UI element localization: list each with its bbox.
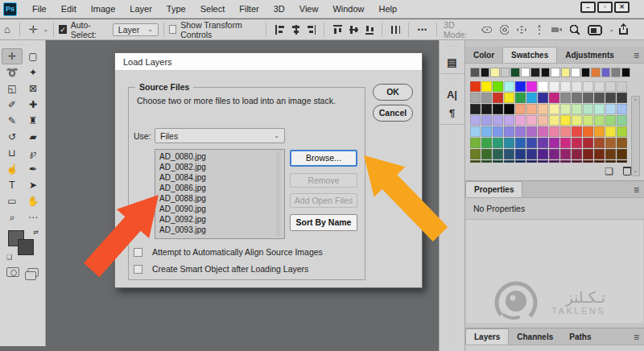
swatch[interactable]: [470, 115, 481, 126]
swatch[interactable]: [594, 104, 605, 114]
tab-adjustments[interactable]: Adjustments: [557, 47, 622, 63]
swatch[interactable]: [538, 149, 548, 159]
brush-tool[interactable]: ✎: [2, 113, 23, 129]
panel-menu-icon[interactable]: ≡: [634, 332, 639, 343]
swatch[interactable]: [560, 115, 571, 126]
more-options-icon[interactable]: •••: [414, 26, 431, 34]
swatch[interactable]: [470, 160, 481, 163]
swatch[interactable]: [594, 126, 605, 137]
menu-item-3d[interactable]: 3D: [266, 2, 292, 16]
3d-pan-icon[interactable]: [515, 24, 526, 35]
swatch[interactable]: [493, 126, 503, 137]
swatch[interactable]: [583, 115, 593, 126]
recent-swatch[interactable]: [470, 68, 480, 77]
chevron-down-icon[interactable]: ⌄: [609, 26, 614, 33]
swatch[interactable]: [572, 126, 582, 137]
swatch[interactable]: [605, 149, 616, 159]
align-center-horizontal-icon[interactable]: [291, 24, 300, 35]
swatch[interactable]: [470, 81, 481, 92]
swatch[interactable]: [470, 93, 481, 103]
swatch[interactable]: [493, 138, 503, 148]
swatch[interactable]: [526, 81, 537, 92]
recent-swatch[interactable]: [510, 68, 520, 77]
tab-channels[interactable]: Channels: [509, 329, 561, 345]
swatch[interactable]: [560, 160, 571, 163]
add-open-files-button[interactable]: Add Open Files: [290, 193, 357, 208]
align-top-icon[interactable]: [332, 24, 342, 35]
background-color-chip[interactable]: [18, 239, 34, 255]
swatch[interactable]: [572, 160, 582, 163]
swatch[interactable]: [572, 81, 582, 92]
swatch[interactable]: [504, 138, 514, 148]
menu-item-type[interactable]: Type: [159, 2, 193, 16]
swatch[interactable]: [481, 93, 492, 103]
swatch[interactable]: [481, 149, 492, 159]
tab-swatches[interactable]: Swatches: [502, 47, 557, 63]
zoom-tool[interactable]: ⌕: [2, 209, 23, 225]
swatch[interactable]: [549, 104, 559, 114]
swatch[interactable]: [515, 126, 526, 137]
panel-gripper[interactable]: ·····: [445, 43, 459, 50]
screen-mode-button[interactable]: [27, 268, 39, 277]
swatch[interactable]: [572, 93, 582, 103]
swatch[interactable]: [504, 149, 514, 159]
file-item[interactable]: AD_0084.jpg: [159, 172, 284, 183]
file-list-scrollbar[interactable]: [276, 151, 280, 237]
file-item[interactable]: AD_0092.jpg: [159, 214, 284, 225]
remove-button[interactable]: Remove: [290, 173, 357, 188]
smudge-tool[interactable]: ☝: [2, 161, 23, 177]
swatch[interactable]: [526, 104, 537, 114]
recent-swatch[interactable]: [581, 68, 591, 77]
swatch[interactable]: [481, 115, 492, 126]
type-tool[interactable]: T: [2, 177, 23, 193]
recent-swatch[interactable]: [621, 68, 631, 77]
swatch[interactable]: [515, 93, 526, 103]
swatch[interactable]: [583, 126, 593, 137]
swatch[interactable]: [594, 81, 605, 92]
3d-roll-icon[interactable]: [498, 24, 509, 35]
panel-menu-icon[interactable]: ≡: [634, 50, 639, 61]
healing-brush-tool[interactable]: ✚: [23, 97, 43, 113]
file-item[interactable]: AD_0086.jpg: [159, 183, 284, 193]
swatch[interactable]: [549, 160, 559, 163]
swatch[interactable]: [583, 138, 593, 148]
move-tool-icon[interactable]: ✛: [25, 23, 42, 35]
crop-tool[interactable]: ◱: [2, 81, 23, 97]
tab-layers[interactable]: Layers: [465, 328, 509, 345]
close-button[interactable]: ✕: [614, 2, 630, 13]
swatch[interactable]: [504, 126, 514, 137]
swatch[interactable]: [560, 149, 571, 159]
swatch[interactable]: [617, 93, 627, 103]
align-left-icon[interactable]: [275, 24, 284, 35]
swatch[interactable]: [560, 81, 571, 92]
eyedropper-tool[interactable]: ✐: [2, 97, 23, 113]
lasso-tool[interactable]: ➰: [2, 64, 23, 81]
swatch[interactable]: [549, 115, 559, 126]
swatch[interactable]: [526, 138, 537, 148]
swatch[interactable]: [572, 104, 582, 114]
swatch[interactable]: [549, 138, 559, 148]
show-transform-checkbox[interactable]: [169, 25, 177, 34]
scroll-down-icon[interactable]: ⌄: [634, 167, 638, 174]
swatch[interactable]: [583, 160, 593, 163]
swatch[interactable]: [617, 81, 627, 92]
dialog-title[interactable]: Load Layers: [115, 53, 422, 71]
file-item[interactable]: AD_0093.jpg: [159, 225, 284, 235]
history-brush-tool[interactable]: ↺: [2, 129, 23, 145]
panel-gripper[interactable]: ·····: [465, 40, 644, 47]
swatch[interactable]: [560, 93, 571, 103]
swatch[interactable]: [538, 93, 548, 103]
swatch[interactable]: [515, 138, 526, 148]
menu-item-layer[interactable]: Layer: [122, 2, 159, 16]
recent-swatch[interactable]: [591, 68, 601, 77]
pen-tool[interactable]: ✒: [23, 161, 43, 177]
delete-swatch-icon[interactable]: [623, 167, 631, 176]
recent-swatch[interactable]: [501, 68, 510, 77]
path-selection-tool[interactable]: ➤: [23, 177, 43, 193]
swatch[interactable]: [549, 81, 559, 92]
swatch[interactable]: [481, 126, 492, 137]
swatch[interactable]: [504, 115, 514, 126]
swatch[interactable]: [481, 160, 492, 163]
swatch[interactable]: [470, 104, 481, 114]
edit-toolbar[interactable]: ⋯: [23, 209, 43, 225]
